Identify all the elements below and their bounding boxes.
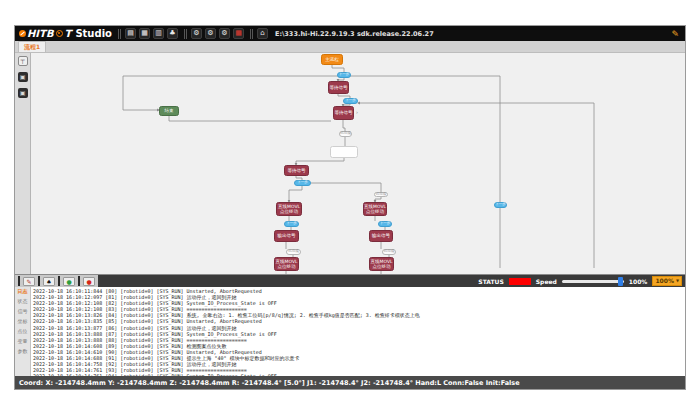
home-icon[interactable]: ⌂ bbox=[257, 28, 268, 39]
node-label: 主流程 bbox=[325, 57, 339, 62]
robot-arm-logo-icon bbox=[19, 30, 26, 37]
log-gutter: 日志 状态 信号 坐标 点位 变量 参数 bbox=[15, 287, 31, 376]
hitbot-logo: HITB T Studio bbox=[19, 28, 112, 39]
flow-node-movl-left-1[interactable]: 直线MOVL 点位移动 bbox=[276, 202, 302, 216]
flow-node-end[interactable]: 结束 bbox=[159, 106, 179, 116]
node-label-line2: 点位移动 bbox=[373, 264, 391, 269]
done-badge: 已完成 bbox=[286, 249, 301, 255]
node-label-line2: 点位移动 bbox=[278, 264, 296, 269]
speed-slider[interactable] bbox=[562, 280, 624, 283]
edge-badge[interactable]: 下一步 bbox=[284, 221, 299, 227]
edge-badge[interactable]: 下一步 bbox=[494, 202, 507, 208]
chevron-down-icon: ▼ bbox=[676, 276, 679, 286]
node-label: 输出信号 bbox=[372, 233, 390, 238]
save-icon[interactable]: ▦ bbox=[139, 28, 150, 39]
edge-badge[interactable]: 下一步 bbox=[337, 72, 351, 78]
badge-label: 下一步 bbox=[297, 181, 308, 185]
status-indicator bbox=[509, 278, 531, 285]
node-label: 等待信号 bbox=[330, 85, 348, 90]
hitbot-studio-window: HITB T Studio ▤ ▦ ▥ ♣ ⚙ ⚙ ⚙ ▦ ⌂ E:\333.h… bbox=[14, 25, 686, 390]
gutter-item-log[interactable]: 日志 bbox=[18, 289, 28, 294]
zoom-select[interactable]: 100% ▼ bbox=[652, 276, 682, 286]
node-output-port[interactable]: › bbox=[356, 110, 358, 115]
badge-label: 下一步 bbox=[345, 99, 356, 103]
brand-text: HITB bbox=[27, 28, 54, 39]
flow-node-start[interactable]: 主流程 bbox=[321, 54, 343, 65]
gutter-item-vars[interactable]: 变量 bbox=[18, 339, 28, 344]
node-label: 输出信号 bbox=[278, 233, 296, 238]
open-folder-icon[interactable]: ▤ bbox=[125, 28, 136, 39]
edge-badge[interactable]: 下一步 bbox=[378, 221, 392, 227]
node-palette-icon[interactable]: ▣ bbox=[18, 72, 28, 82]
brand-text-suffix: T bbox=[65, 28, 72, 39]
toolbar-separator bbox=[18, 276, 20, 286]
edge-badge[interactable]: 下一步 bbox=[343, 98, 358, 104]
done-badge: 已完成 bbox=[374, 192, 388, 197]
run-icon[interactable]: ♠ bbox=[43, 277, 55, 286]
start-icon[interactable]: ● bbox=[63, 277, 75, 286]
node-label-line2: 点位移动 bbox=[280, 209, 298, 214]
log-lines[interactable]: 2022-10-18 16:10:11:844 [80] [robotid=0]… bbox=[31, 287, 685, 376]
flowchart-canvas[interactable]: 主流程 下一步 等待信号 下一步 等待信号 › 已完成 等待信号 下一步 已完成 bbox=[31, 53, 685, 274]
flow-node-movl-left-2[interactable]: 直线MOVL 点位移动 bbox=[274, 257, 299, 271]
flow-node-wait-signal-1[interactable]: 等待信号 bbox=[328, 81, 349, 94]
flow-node-selected-blank[interactable] bbox=[330, 146, 358, 158]
badge-label: 已完成 bbox=[288, 250, 299, 254]
flow-node-movl-right-2[interactable]: 直线MOVL 点位移动 bbox=[369, 257, 394, 271]
export-icon[interactable]: ▥ bbox=[153, 28, 164, 39]
edit-mode-icon[interactable]: ✎ bbox=[671, 29, 679, 39]
flow-node-output-left[interactable]: 输出信号 bbox=[274, 230, 299, 242]
node-label: 等待信号 bbox=[335, 110, 353, 115]
work-area: ⊤ ▣ ▣ bbox=[15, 53, 685, 274]
product-name: Studio bbox=[75, 28, 112, 39]
screen: HITB T Studio ▤ ▦ ▥ ♣ ⚙ ⚙ ⚙ ▦ ⌂ E:\333.h… bbox=[0, 0, 700, 411]
edge-badge[interactable]: 下一步 bbox=[294, 180, 311, 186]
zoom-value: 100% bbox=[655, 276, 674, 286]
tool-icon[interactable]: ⊤ bbox=[18, 56, 28, 66]
robot-arm-3-icon[interactable]: ⚙ bbox=[219, 28, 230, 39]
toolbar-separator bbox=[250, 29, 251, 39]
badge-label: 下一步 bbox=[495, 203, 506, 207]
status-label: STATUS bbox=[478, 278, 503, 285]
speed-label: Speed bbox=[536, 278, 557, 285]
node-label-line2: 点位移动 bbox=[366, 209, 384, 214]
layers-icon[interactable]: ▣ bbox=[18, 88, 28, 98]
speed-slider-handle[interactable] bbox=[618, 277, 623, 286]
node-label: 等待信号 bbox=[288, 168, 306, 173]
done-badge: 已完成 bbox=[339, 131, 352, 137]
robot-arm-2-icon[interactable]: ⚙ bbox=[205, 28, 216, 39]
badge-label: 下一步 bbox=[286, 222, 297, 226]
node-label: 结束 bbox=[165, 108, 174, 113]
script-icon[interactable]: ♣ bbox=[167, 28, 178, 39]
done-badge: 已完成 bbox=[382, 249, 396, 255]
flow-node-output-right[interactable]: 输出信号 bbox=[369, 230, 393, 242]
estop-icon[interactable]: ▦ bbox=[233, 28, 244, 39]
stop-icon[interactable]: ● bbox=[83, 277, 95, 286]
flow-node-wait-signal-3[interactable]: 等待信号 bbox=[284, 165, 309, 176]
coordinate-readout: Coord: X: -214748.4mm Y: -214748.4mm Z: … bbox=[19, 379, 520, 387]
log-toolbar: ✎ ♠ ● ● STATUS Speed 100% 100% ▼ bbox=[15, 274, 685, 287]
tab-process-1[interactable]: 流程1 bbox=[18, 41, 46, 52]
toolbar-separator bbox=[78, 276, 80, 286]
badge-label: 下一步 bbox=[339, 73, 350, 77]
toolbar-separator bbox=[118, 29, 119, 39]
title-bar: HITB T Studio ▤ ▦ ▥ ♣ ⚙ ⚙ ⚙ ▦ ⌂ E:\333.h… bbox=[15, 26, 685, 41]
status-speed-strip: STATUS Speed 100% 100% ▼ bbox=[98, 275, 685, 287]
gutter-item-coord[interactable]: 坐标 bbox=[18, 319, 28, 324]
gutter-item-params[interactable]: 参数 bbox=[18, 349, 28, 354]
gutter-item-signal[interactable]: 信号 bbox=[18, 309, 28, 314]
badge-label: 已完成 bbox=[340, 132, 351, 136]
tab-bar: 流程1 bbox=[15, 41, 685, 53]
flow-node-wait-signal-2[interactable]: 等待信号 bbox=[333, 106, 354, 120]
robot-arm-1-icon[interactable]: ⚙ bbox=[191, 28, 202, 39]
gutter-item-points[interactable]: 点位 bbox=[18, 329, 28, 334]
log-panel: 日志 状态 信号 坐标 点位 变量 参数 2022-10-18 16:10:11… bbox=[15, 287, 685, 376]
edit-icon[interactable]: ✎ bbox=[23, 277, 35, 286]
toolbar-separator bbox=[38, 276, 40, 286]
badge-label: 下一步 bbox=[380, 222, 391, 226]
gutter-item-state[interactable]: 状态 bbox=[18, 299, 28, 304]
toolbar-separator bbox=[58, 276, 60, 286]
logo-target-icon bbox=[56, 30, 63, 37]
flow-connectors bbox=[31, 53, 685, 274]
flow-node-movl-right-1[interactable]: 直线MOVL 点位移动 bbox=[363, 202, 387, 216]
